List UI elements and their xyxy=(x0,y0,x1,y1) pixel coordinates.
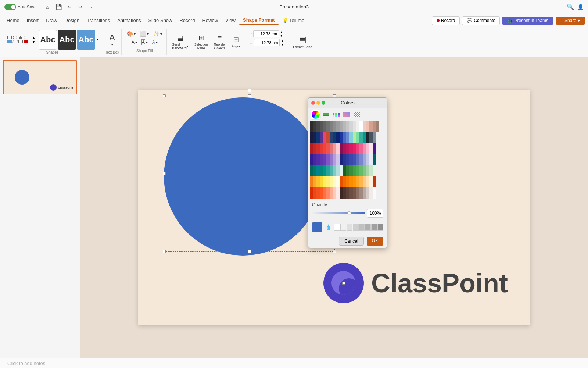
pencil-4-8[interactable] xyxy=(336,165,340,176)
pencil-3-18[interactable] xyxy=(369,154,373,165)
pencil-0-9[interactable] xyxy=(340,121,343,132)
pencil-4-12[interactable] xyxy=(349,165,353,176)
hex-cell[interactable] xyxy=(359,224,365,231)
pencil-1-18[interactable] xyxy=(369,132,373,143)
pencil-1-17[interactable] xyxy=(366,132,369,143)
pencil-5-11[interactable] xyxy=(346,176,349,187)
color-grid-tab[interactable] xyxy=(332,110,341,119)
pencil-3-7[interactable] xyxy=(333,154,336,165)
pencil-2-8[interactable] xyxy=(336,143,340,154)
pencil-6-9[interactable] xyxy=(340,187,343,199)
pencil-0-17[interactable] xyxy=(366,121,369,132)
pencil-6-10[interactable] xyxy=(343,187,346,199)
pencil-6-3[interactable] xyxy=(320,187,323,199)
pencil-6-19[interactable] xyxy=(373,187,376,199)
height-input[interactable] xyxy=(253,30,279,37)
pencil-2-1[interactable] xyxy=(313,143,316,154)
text-fill-button[interactable]: A ▾ xyxy=(130,39,139,46)
text-style-1[interactable]: Abc xyxy=(39,30,57,50)
send-backward-button[interactable]: ⬓ SendBackward ▾ xyxy=(170,32,191,51)
pencil-5-12[interactable] xyxy=(349,176,353,187)
pencil-3-10[interactable] xyxy=(343,154,346,165)
pencil-5-6[interactable] xyxy=(330,176,333,187)
pencil-1-8[interactable] xyxy=(336,132,340,143)
pencil-3-5[interactable] xyxy=(326,154,330,165)
pencil-0-1[interactable] xyxy=(313,121,316,132)
pencil-1-1[interactable] xyxy=(313,132,316,143)
pencil-2-0[interactable] xyxy=(310,143,313,154)
pencil-1-7[interactable] xyxy=(333,132,336,143)
pencil-3-15[interactable] xyxy=(359,154,363,165)
opacity-thumb[interactable] xyxy=(347,211,351,215)
pencil-6-12[interactable] xyxy=(349,187,353,199)
pencil-1-11[interactable] xyxy=(346,132,349,143)
pencil-6-14[interactable] xyxy=(356,187,359,199)
close-dot[interactable] xyxy=(311,101,315,105)
pencil-5-15[interactable] xyxy=(359,176,363,187)
save-icon[interactable]: 💾 xyxy=(55,4,62,10)
pencil-4-18[interactable] xyxy=(369,165,373,176)
pencil-0-6[interactable] xyxy=(330,121,333,132)
pencil-5-4[interactable] xyxy=(323,176,326,187)
add-notes-placeholder[interactable]: Click to add notes xyxy=(0,361,45,366)
pencil-3-9[interactable] xyxy=(340,154,343,165)
hex-cell[interactable] xyxy=(371,224,377,231)
opacity-slider[interactable] xyxy=(312,212,365,214)
pencil-2-7[interactable] xyxy=(333,143,336,154)
pencil-2-6[interactable] xyxy=(330,143,333,154)
text-style-3[interactable]: Abc xyxy=(77,30,95,50)
pencil-3-14[interactable] xyxy=(356,154,359,165)
pencil-0-2[interactable] xyxy=(316,121,320,132)
pencil-1-14[interactable] xyxy=(356,132,359,143)
pencil-4-2[interactable] xyxy=(316,165,320,176)
shapes-gallery[interactable] xyxy=(5,34,31,45)
pencil-1-6[interactable] xyxy=(330,132,333,143)
tab-design[interactable]: Design xyxy=(61,16,83,25)
pencil-3-11[interactable] xyxy=(346,154,349,165)
pencil-4-9[interactable] xyxy=(340,165,343,176)
pencil-3-16[interactable] xyxy=(363,154,366,165)
pencil-3-8[interactable] xyxy=(336,154,340,165)
pencil-4-6[interactable] xyxy=(330,165,333,176)
pencil-0-3[interactable] xyxy=(320,121,323,132)
autosave-toggle[interactable]: AutoSave xyxy=(4,4,37,10)
pencil-1-3[interactable] xyxy=(320,132,323,143)
text-outline-button[interactable]: A ▾ xyxy=(140,39,149,46)
tab-transitions[interactable]: Transitions xyxy=(83,16,114,25)
hex-cell[interactable] xyxy=(377,224,383,231)
pencil-2-10[interactable] xyxy=(343,143,346,154)
pencil-1-13[interactable] xyxy=(353,132,356,143)
pencil-6-18[interactable] xyxy=(369,187,373,199)
pencil-4-5[interactable] xyxy=(326,165,330,176)
rotate-handle[interactable] xyxy=(248,89,251,92)
pencil-5-19[interactable] xyxy=(373,176,376,187)
text-effects-button[interactable]: A ▾ xyxy=(151,39,159,46)
tab-record[interactable]: Record xyxy=(176,16,198,25)
reorder-objects-button[interactable]: ≡ ReorderObjects xyxy=(212,33,228,51)
shape-fill-button[interactable]: 🎨 ▾ xyxy=(125,30,137,37)
pencil-2-3[interactable] xyxy=(320,143,323,154)
tab-review[interactable]: Review xyxy=(198,16,222,25)
pencil-4-16[interactable] xyxy=(363,165,366,176)
pencil-1-10[interactable] xyxy=(343,132,346,143)
pencil-0-14[interactable] xyxy=(356,121,359,132)
pencil-6-13[interactable] xyxy=(353,187,356,199)
ok-button[interactable]: OK xyxy=(367,237,383,246)
hex-cell[interactable] xyxy=(340,224,346,231)
pencil-2-17[interactable] xyxy=(366,143,369,154)
pencil-2-13[interactable] xyxy=(353,143,356,154)
width-input[interactable] xyxy=(254,39,280,46)
text-style-2[interactable]: Abc xyxy=(58,30,76,50)
undo-icon[interactable]: ↩ xyxy=(66,4,73,10)
pencil-0-8[interactable] xyxy=(336,121,340,132)
pencil-0-10[interactable] xyxy=(343,121,346,132)
pencil-4-11[interactable] xyxy=(346,165,349,176)
pencil-2-14[interactable] xyxy=(356,143,359,154)
pencil-2-2[interactable] xyxy=(316,143,320,154)
pencil-6-2[interactable] xyxy=(316,187,320,199)
pencil-4-13[interactable] xyxy=(353,165,356,176)
pencil-1-16[interactable] xyxy=(363,132,366,143)
pencil-0-7[interactable] xyxy=(333,121,336,132)
pencil-3-12[interactable] xyxy=(349,154,353,165)
color-pattern-tab[interactable] xyxy=(352,110,361,119)
